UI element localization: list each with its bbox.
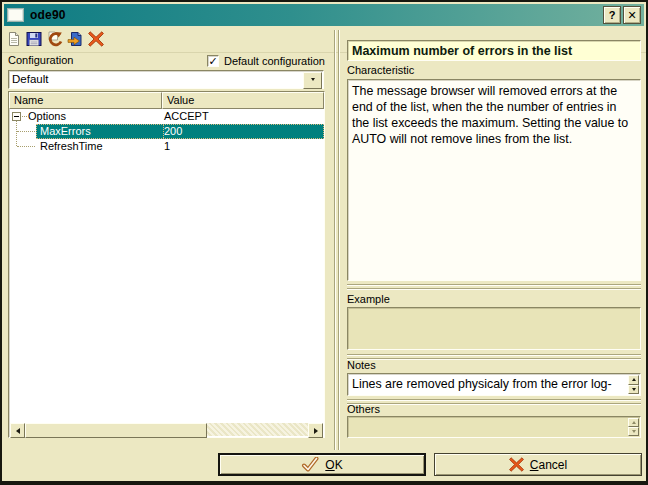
default-configuration-label: Default configuration (224, 55, 325, 67)
import-config-button[interactable] (66, 30, 84, 48)
cancel-button-label: Cancel (530, 458, 567, 472)
ok-button[interactable]: OK (218, 453, 426, 476)
scrollbar-track[interactable] (207, 423, 308, 436)
new-config-button[interactable] (5, 30, 23, 48)
characteristic-label: Characteristic (347, 64, 414, 76)
panel-splitter[interactable] (334, 30, 343, 450)
new-document-icon (6, 31, 22, 47)
save-icon (26, 31, 42, 47)
collapse-icon[interactable] (12, 112, 21, 121)
window-title: ode90 (30, 8, 601, 22)
scroll-down-button[interactable] (628, 427, 639, 436)
revert-icon (46, 31, 63, 48)
example-label: Example (347, 293, 390, 305)
titlebar[interactable]: ode90 ? ✕ (4, 4, 644, 26)
column-header-value[interactable]: Value (162, 92, 324, 109)
tree-item-label: Options (28, 110, 66, 122)
scroll-down-button[interactable] (628, 385, 639, 395)
window-icon (7, 8, 24, 22)
config-tree: Name Value Options ACCEPT MaxErrors 200 … (8, 91, 325, 438)
ok-button-label: OK (325, 458, 342, 472)
tree-connector-line (22, 116, 27, 117)
arrow-up-icon (632, 376, 636, 381)
arrow-up-icon (632, 419, 636, 424)
section-splitter[interactable] (347, 354, 641, 362)
tree-row-maxerrors[interactable]: MaxErrors 200 (9, 124, 324, 139)
help-icon: ? (609, 9, 616, 21)
notes-field[interactable]: Lines are removed physicaly from the err… (347, 373, 641, 396)
tree-item-value: 200 (164, 125, 182, 137)
scroll-up-button[interactable] (628, 375, 639, 385)
arrow-down-icon (632, 388, 636, 393)
section-splitter[interactable] (347, 399, 641, 407)
scroll-right-button[interactable] (308, 423, 323, 438)
cancel-x-icon (509, 457, 524, 472)
horizontal-scrollbar[interactable] (10, 423, 323, 436)
configuration-label: Configuration (8, 54, 73, 66)
tree-item-label: MaxErrors (40, 125, 91, 137)
tree-item-label: RefreshTime (40, 140, 103, 152)
chevron-down-icon (311, 78, 315, 83)
section-splitter[interactable] (347, 284, 641, 292)
check-icon (301, 457, 319, 472)
detail-header: Maximum number of errors in the list (347, 40, 641, 61)
tree-body: Options ACCEPT MaxErrors 200 RefreshTime… (9, 109, 324, 409)
scrollbar-thumb[interactable] (25, 423, 207, 438)
tree-header: Name Value (9, 92, 324, 109)
revert-config-button[interactable] (45, 30, 63, 48)
arrow-down-icon (632, 430, 636, 435)
notes-text: Lines are removed physicaly from the err… (352, 377, 612, 391)
delete-icon (88, 31, 104, 47)
scroll-left-button[interactable] (10, 423, 25, 438)
default-configuration-checkbox[interactable]: ✓ (207, 55, 219, 67)
tree-item-value: ACCEPT (164, 110, 209, 122)
configuration-dropdown-value: Default (12, 73, 48, 85)
delete-config-button[interactable] (87, 30, 105, 48)
example-box (347, 307, 641, 350)
cancel-button[interactable]: Cancel (434, 453, 642, 476)
column-header-name[interactable]: Name (9, 92, 162, 109)
characteristic-text: The message browser will removed errors … (347, 79, 641, 281)
tree-item-value: 1 (164, 140, 170, 152)
import-icon (67, 31, 83, 47)
arrow-right-icon (314, 428, 321, 434)
arrow-left-icon (13, 428, 20, 434)
close-button[interactable]: ✕ (623, 6, 641, 24)
dropdown-button[interactable] (303, 72, 322, 89)
close-icon: ✕ (627, 9, 636, 22)
others-label: Others (347, 403, 380, 415)
scroll-up-button[interactable] (628, 418, 639, 427)
tree-row-refreshtime[interactable]: RefreshTime 1 (9, 139, 324, 154)
others-scrollbar[interactable] (628, 418, 639, 436)
notes-label: Notes (347, 359, 376, 371)
tree-row-options[interactable]: Options ACCEPT (9, 109, 324, 124)
notes-scrollbar[interactable] (628, 375, 639, 394)
others-field[interactable] (347, 416, 641, 438)
checkmark-icon: ✓ (208, 56, 217, 66)
configuration-dropdown[interactable]: Default (8, 70, 324, 89)
help-button[interactable]: ? (603, 6, 621, 24)
save-config-button[interactable] (25, 30, 43, 48)
